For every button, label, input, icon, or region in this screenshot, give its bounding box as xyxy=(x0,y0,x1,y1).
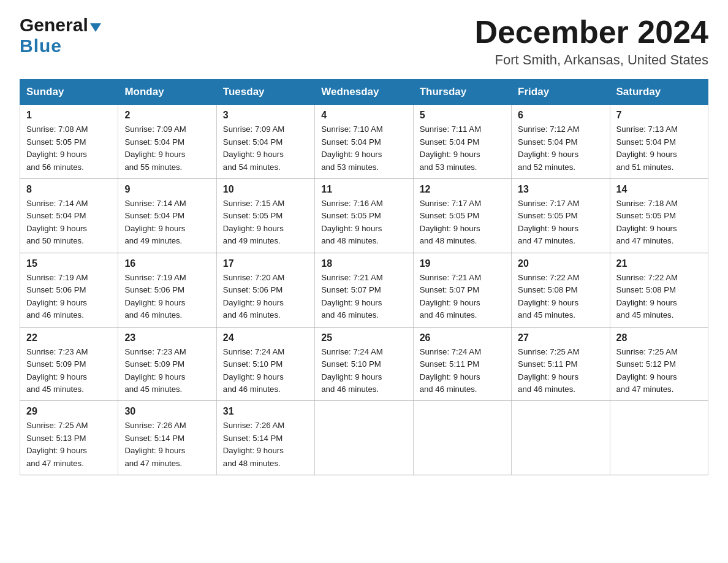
calendar-cell: 22Sunrise: 7:23 AMSunset: 5:09 PMDayligh… xyxy=(20,327,118,401)
calendar-cell xyxy=(413,401,511,475)
calendar-cell: 24Sunrise: 7:24 AMSunset: 5:10 PMDayligh… xyxy=(216,327,314,401)
week-row-4: 22Sunrise: 7:23 AMSunset: 5:09 PMDayligh… xyxy=(20,327,708,401)
day-info: Sunrise: 7:11 AMSunset: 5:04 PMDaylight:… xyxy=(420,123,505,174)
day-info: Sunrise: 7:22 AMSunset: 5:08 PMDaylight:… xyxy=(616,272,702,322)
day-info: Sunrise: 7:19 AMSunset: 5:06 PMDaylight:… xyxy=(26,272,112,322)
header-row: Sunday Monday Tuesday Wednesday Thursday… xyxy=(20,80,708,105)
day-number: 4 xyxy=(321,110,406,121)
day-info: Sunrise: 7:09 AMSunset: 5:04 PMDaylight:… xyxy=(124,123,210,174)
day-info: Sunrise: 7:12 AMSunset: 5:04 PMDaylight:… xyxy=(518,123,603,174)
day-info: Sunrise: 7:23 AMSunset: 5:09 PMDaylight:… xyxy=(26,346,112,396)
day-number: 28 xyxy=(616,332,702,343)
col-friday: Friday xyxy=(512,80,610,105)
location-subtitle: Fort Smith, Arkansas, United States xyxy=(474,52,708,68)
day-number: 6 xyxy=(518,110,603,121)
calendar-cell: 6Sunrise: 7:12 AMSunset: 5:04 PMDaylight… xyxy=(512,105,610,179)
logo-triangle-icon xyxy=(90,23,101,32)
day-info: Sunrise: 7:17 AMSunset: 5:05 PMDaylight:… xyxy=(518,197,603,248)
day-number: 11 xyxy=(321,184,406,195)
day-number: 26 xyxy=(420,332,505,343)
day-info: Sunrise: 7:14 AMSunset: 5:04 PMDaylight:… xyxy=(124,197,210,248)
calendar-cell: 31Sunrise: 7:26 AMSunset: 5:14 PMDayligh… xyxy=(216,401,314,475)
calendar-header: Sunday Monday Tuesday Wednesday Thursday… xyxy=(20,80,708,105)
day-number: 3 xyxy=(223,110,308,121)
logo-blue: Blue xyxy=(20,36,62,56)
calendar-cell: 10Sunrise: 7:15 AMSunset: 5:05 PMDayligh… xyxy=(216,179,314,253)
calendar-cell: 13Sunrise: 7:17 AMSunset: 5:05 PMDayligh… xyxy=(512,179,610,253)
day-info: Sunrise: 7:20 AMSunset: 5:06 PMDaylight:… xyxy=(223,272,308,322)
calendar-cell xyxy=(512,401,610,475)
calendar-cell: 15Sunrise: 7:19 AMSunset: 5:06 PMDayligh… xyxy=(20,253,118,327)
day-number: 14 xyxy=(616,184,702,195)
day-info: Sunrise: 7:24 AMSunset: 5:10 PMDaylight:… xyxy=(223,346,308,396)
calendar-cell: 2Sunrise: 7:09 AMSunset: 5:04 PMDaylight… xyxy=(118,105,216,179)
day-number: 27 xyxy=(518,332,603,343)
day-info: Sunrise: 7:13 AMSunset: 5:04 PMDaylight:… xyxy=(616,123,702,174)
calendar-cell: 3Sunrise: 7:09 AMSunset: 5:04 PMDaylight… xyxy=(216,105,314,179)
day-number: 19 xyxy=(420,258,505,269)
day-info: Sunrise: 7:17 AMSunset: 5:05 PMDaylight:… xyxy=(420,197,505,248)
day-info: Sunrise: 7:15 AMSunset: 5:05 PMDaylight:… xyxy=(223,197,308,248)
day-number: 29 xyxy=(26,406,112,417)
day-number: 13 xyxy=(518,184,603,195)
month-title: December 2024 xyxy=(474,15,708,50)
col-sunday: Sunday xyxy=(20,80,118,105)
calendar-cell: 28Sunrise: 7:25 AMSunset: 5:12 PMDayligh… xyxy=(610,327,708,401)
day-number: 18 xyxy=(321,258,406,269)
calendar-cell: 1Sunrise: 7:08 AMSunset: 5:05 PMDaylight… xyxy=(20,105,118,179)
day-number: 5 xyxy=(420,110,505,121)
title-area: December 2024 Fort Smith, Arkansas, Unit… xyxy=(474,15,708,68)
day-info: Sunrise: 7:22 AMSunset: 5:08 PMDaylight:… xyxy=(518,272,603,322)
calendar-cell: 12Sunrise: 7:17 AMSunset: 5:05 PMDayligh… xyxy=(413,179,511,253)
week-row-1: 1Sunrise: 7:08 AMSunset: 5:05 PMDaylight… xyxy=(20,105,708,179)
week-row-3: 15Sunrise: 7:19 AMSunset: 5:06 PMDayligh… xyxy=(20,253,708,327)
week-row-2: 8Sunrise: 7:14 AMSunset: 5:04 PMDaylight… xyxy=(20,179,708,253)
day-info: Sunrise: 7:25 AMSunset: 5:13 PMDaylight:… xyxy=(26,419,112,470)
day-info: Sunrise: 7:16 AMSunset: 5:05 PMDaylight:… xyxy=(321,197,406,248)
calendar-cell: 21Sunrise: 7:22 AMSunset: 5:08 PMDayligh… xyxy=(610,253,708,327)
logo-line2: Blue xyxy=(20,36,62,56)
day-number: 24 xyxy=(223,332,308,343)
calendar-table: Sunday Monday Tuesday Wednesday Thursday… xyxy=(20,79,708,475)
calendar-cell: 8Sunrise: 7:14 AMSunset: 5:04 PMDaylight… xyxy=(20,179,118,253)
day-info: Sunrise: 7:25 AMSunset: 5:11 PMDaylight:… xyxy=(518,346,603,396)
day-number: 21 xyxy=(616,258,702,269)
day-number: 31 xyxy=(223,406,308,417)
day-info: Sunrise: 7:09 AMSunset: 5:04 PMDaylight:… xyxy=(223,123,308,174)
calendar-cell: 25Sunrise: 7:24 AMSunset: 5:10 PMDayligh… xyxy=(315,327,413,401)
calendar-cell: 27Sunrise: 7:25 AMSunset: 5:11 PMDayligh… xyxy=(512,327,610,401)
day-number: 9 xyxy=(124,184,210,195)
day-number: 25 xyxy=(321,332,406,343)
day-number: 10 xyxy=(223,184,308,195)
logo-line1: General xyxy=(20,15,101,36)
calendar-cell: 19Sunrise: 7:21 AMSunset: 5:07 PMDayligh… xyxy=(413,253,511,327)
col-thursday: Thursday xyxy=(413,80,511,105)
calendar-body: 1Sunrise: 7:08 AMSunset: 5:05 PMDaylight… xyxy=(20,105,708,475)
calendar-cell: 29Sunrise: 7:25 AMSunset: 5:13 PMDayligh… xyxy=(20,401,118,475)
col-monday: Monday xyxy=(118,80,216,105)
page-header: General Blue December 2024 Fort Smith, A… xyxy=(20,15,708,68)
week-row-5: 29Sunrise: 7:25 AMSunset: 5:13 PMDayligh… xyxy=(20,401,708,475)
calendar-cell: 30Sunrise: 7:26 AMSunset: 5:14 PMDayligh… xyxy=(118,401,216,475)
day-info: Sunrise: 7:14 AMSunset: 5:04 PMDaylight:… xyxy=(26,197,112,248)
calendar-cell: 20Sunrise: 7:22 AMSunset: 5:08 PMDayligh… xyxy=(512,253,610,327)
calendar-cell: 14Sunrise: 7:18 AMSunset: 5:05 PMDayligh… xyxy=(610,179,708,253)
calendar-cell: 4Sunrise: 7:10 AMSunset: 5:04 PMDaylight… xyxy=(315,105,413,179)
day-info: Sunrise: 7:26 AMSunset: 5:14 PMDaylight:… xyxy=(124,419,210,470)
day-number: 30 xyxy=(124,406,210,417)
col-tuesday: Tuesday xyxy=(216,80,314,105)
day-info: Sunrise: 7:19 AMSunset: 5:06 PMDaylight:… xyxy=(124,272,210,322)
calendar-cell xyxy=(315,401,413,475)
calendar-cell: 9Sunrise: 7:14 AMSunset: 5:04 PMDaylight… xyxy=(118,179,216,253)
calendar-cell: 7Sunrise: 7:13 AMSunset: 5:04 PMDaylight… xyxy=(610,105,708,179)
day-info: Sunrise: 7:21 AMSunset: 5:07 PMDaylight:… xyxy=(420,272,505,322)
day-number: 8 xyxy=(26,184,112,195)
day-info: Sunrise: 7:26 AMSunset: 5:14 PMDaylight:… xyxy=(223,419,308,470)
day-info: Sunrise: 7:21 AMSunset: 5:07 PMDaylight:… xyxy=(321,272,406,322)
day-info: Sunrise: 7:23 AMSunset: 5:09 PMDaylight:… xyxy=(124,346,210,396)
day-number: 22 xyxy=(26,332,112,343)
day-number: 16 xyxy=(124,258,210,269)
day-number: 20 xyxy=(518,258,603,269)
calendar-cell: 5Sunrise: 7:11 AMSunset: 5:04 PMDaylight… xyxy=(413,105,511,179)
col-wednesday: Wednesday xyxy=(315,80,413,105)
